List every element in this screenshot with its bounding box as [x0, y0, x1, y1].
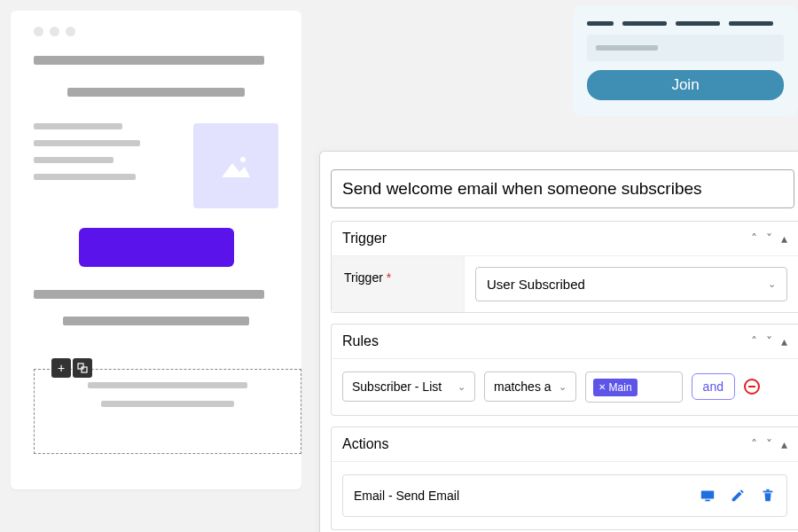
image-placeholder: [193, 123, 278, 208]
join-widget: Join: [573, 5, 798, 116]
placeholder-line: [34, 123, 122, 129]
widget-header-lines: [587, 21, 784, 26]
section-heading: Rules: [342, 333, 379, 349]
move-icon: [77, 363, 88, 373]
automation-title-input[interactable]: [331, 169, 794, 208]
collapse-icon[interactable]: ▴: [781, 231, 787, 246]
chevron-down-icon: ⌄: [458, 381, 466, 393]
collapse-icon[interactable]: ▴: [781, 334, 787, 348]
chevron-down-icon: ⌄: [559, 381, 567, 393]
placeholder-line: [88, 382, 247, 388]
move-down-icon[interactable]: ˅: [766, 231, 772, 246]
rule-value-tag[interactable]: ✕Main: [593, 379, 638, 396]
add-and-condition-button[interactable]: and: [692, 373, 735, 400]
image-icon: [220, 153, 252, 179]
join-button[interactable]: Join: [587, 70, 784, 100]
svg-rect-4: [705, 499, 709, 501]
email-field[interactable]: [587, 35, 784, 61]
move-up-icon[interactable]: ˄: [751, 231, 757, 246]
placeholder-line: [34, 140, 140, 146]
edit-icon[interactable]: [730, 488, 746, 504]
actions-section: Actions ˄ ˅ ▴ Email - Send Email: [331, 426, 798, 530]
move-up-icon[interactable]: ˄: [751, 437, 757, 451]
svg-rect-1: [78, 364, 83, 369]
svg-rect-2: [82, 367, 87, 372]
placeholder-line: [34, 174, 136, 180]
trigger-select[interactable]: User Subscribed ⌄: [475, 267, 787, 301]
delete-icon[interactable]: [760, 488, 776, 504]
section-heading: Actions: [342, 436, 388, 452]
collapse-icon[interactable]: ▴: [781, 437, 787, 451]
rule-value-input[interactable]: ✕Main: [585, 372, 683, 403]
trigger-field-label: Trigger *: [332, 256, 465, 312]
rules-section: Rules ˄ ˅ ▴ Subscriber - List⌄ matches a…: [331, 324, 798, 416]
move-up-icon[interactable]: ˄: [751, 334, 757, 348]
placeholder-line: [67, 88, 245, 97]
cta-button[interactable]: [79, 228, 234, 267]
move-block-button[interactable]: [73, 358, 92, 378]
block-tools: +: [51, 358, 92, 378]
placeholder-line: [101, 401, 234, 407]
window-dots: [34, 27, 278, 36]
placeholder-line: [34, 290, 264, 299]
move-down-icon[interactable]: ˅: [766, 334, 772, 348]
svg-rect-6: [766, 489, 770, 490]
rule-operator-select[interactable]: matches a⌄: [484, 372, 576, 402]
chevron-down-icon: ⌄: [768, 278, 776, 290]
editor-drop-zone[interactable]: [34, 369, 301, 454]
trigger-section: Trigger ˄ ˅ ▴ Trigger * User Subscribed …: [331, 221, 798, 313]
svg-point-0: [240, 157, 246, 162]
rule-subject-select[interactable]: Subscriber - List⌄: [342, 372, 475, 402]
move-down-icon[interactable]: ˅: [766, 437, 772, 451]
remove-tag-icon[interactable]: ✕: [598, 382, 606, 392]
action-label: Email - Send Email: [354, 489, 459, 503]
svg-rect-3: [701, 490, 714, 498]
placeholder-line: [34, 56, 264, 65]
action-item: Email - Send Email: [342, 474, 787, 517]
automation-panel: Trigger ˄ ˅ ▴ Trigger * User Subscribed …: [319, 151, 798, 532]
placeholder-line: [34, 157, 113, 163]
preview-icon[interactable]: [700, 488, 716, 504]
section-heading: Trigger: [342, 231, 387, 246]
remove-rule-icon[interactable]: [744, 379, 760, 395]
add-block-button[interactable]: +: [51, 358, 71, 378]
placeholder-line: [63, 317, 249, 325]
svg-rect-5: [763, 490, 773, 492]
